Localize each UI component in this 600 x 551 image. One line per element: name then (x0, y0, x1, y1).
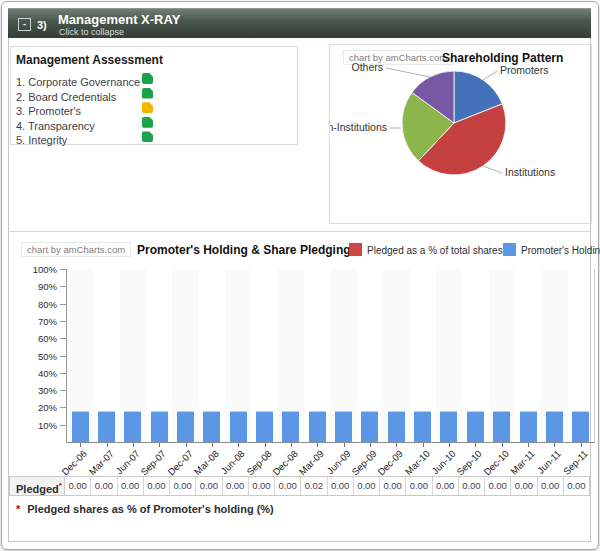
pledged-value-cell: 0.00 (538, 477, 564, 495)
pledged-value-cell: 0.02 (301, 477, 327, 495)
bar-slot (304, 269, 330, 442)
pledged-value-cell: 0.00 (328, 477, 354, 495)
section-title: Management X-RAY (58, 12, 180, 27)
bar-slot (489, 269, 515, 442)
bar-promoter-s-holding[interactable] (572, 411, 589, 442)
bar-slot (357, 269, 383, 442)
bar-promoter-s-holding[interactable] (309, 411, 326, 442)
y-axis-tick (60, 425, 67, 426)
y-axis-tick (60, 356, 67, 357)
pledged-value-cell: 0.00 (433, 477, 459, 495)
assessment-list: 1. Corporate Governance2. Board Credenti… (16, 72, 292, 145)
y-axis-label: 40% (19, 368, 57, 379)
bar-promoter-s-holding[interactable] (72, 411, 89, 442)
bar-promoter-s-holding[interactable] (230, 411, 247, 442)
y-axis-label: 60% (19, 333, 57, 344)
pledged-value-cell: 0.00 (354, 477, 380, 495)
bar-promoter-s-holding[interactable] (335, 411, 352, 442)
bar-promoter-s-holding[interactable] (520, 411, 537, 442)
pie-slice-label: Institutions (505, 166, 555, 178)
bar-promoter-s-holding[interactable] (388, 411, 405, 442)
bar-slot (146, 269, 172, 442)
bar-promoter-s-holding[interactable] (414, 411, 431, 442)
bar-slot (383, 269, 409, 442)
legend-label-pledged[interactable]: Pledged as a % of total shares (367, 245, 503, 256)
pledged-value-cell: 0.00 (65, 477, 91, 495)
bar-promoter-s-holding[interactable] (440, 411, 457, 442)
pie-slice-label: Others (351, 61, 383, 73)
pledged-value-cell: 0.00 (249, 477, 275, 495)
assessment-item: 1. Corporate Governance (16, 72, 292, 87)
pledged-value-cell: 0.00 (459, 477, 485, 495)
assessment-item: 5. Integrity (16, 130, 292, 145)
bar-slot (462, 269, 488, 442)
section-body: Management Assessment 1. Corporate Gover… (8, 38, 591, 542)
y-axis-label: 70% (19, 316, 57, 327)
pledged-value-cell: 0.00 (170, 477, 196, 495)
pie-callout-line (483, 166, 502, 173)
bar-slot (199, 269, 225, 442)
pledged-value-cell: 0.00 (144, 477, 170, 495)
pledged-value-cell: 0.00 (380, 477, 406, 495)
bar-promoter-s-holding[interactable] (282, 411, 299, 442)
pledged-value-cell: 0.00 (406, 477, 432, 495)
bar-slot (330, 269, 356, 442)
y-axis-tick (60, 269, 67, 270)
bar-slot (541, 269, 567, 442)
footnote-text: Pledged shares as % of Promoter's holdin… (27, 503, 274, 515)
footnote-asterisk: * (16, 503, 20, 515)
bar-slot (225, 269, 251, 442)
pie-callout-line (386, 68, 430, 77)
y-axis-tick (60, 407, 67, 408)
y-axis-tick (60, 338, 67, 339)
pledged-value-cell: 0.00 (511, 477, 537, 495)
amcharts-watermark[interactable]: chart by amCharts.com (21, 242, 131, 257)
pie-slice-label: Non-Institutions (330, 121, 387, 133)
y-axis-tick (60, 373, 67, 374)
assessment-item-label: 5. Integrity (16, 134, 67, 146)
assessment-item: 2. Board Credentials (16, 87, 292, 102)
bar-promoter-s-holding[interactable] (467, 411, 484, 442)
bar-promoter-s-holding[interactable] (256, 411, 273, 442)
bar-promoter-s-holding[interactable] (98, 411, 115, 442)
bar-promoter-s-holding[interactable] (177, 411, 194, 442)
y-axis-label: 80% (19, 299, 57, 310)
bar-promoter-s-holding[interactable] (151, 411, 168, 442)
pledged-value-cell: 0.00 (118, 477, 144, 495)
y-axis-label: 100% (19, 264, 57, 275)
bar-slot (515, 269, 541, 442)
bar-slot (172, 269, 198, 442)
status-flag-icon (142, 102, 153, 113)
pledged-value-cell: 0.00 (564, 477, 589, 495)
status-flag-icon (142, 117, 153, 128)
section-header[interactable]: - 3) Management X-RAY Click to collapse (8, 8, 591, 38)
shareholding-pattern-panel: chart by amCharts.com Shareholding Patte… (329, 44, 592, 224)
y-axis-label: 90% (19, 281, 57, 292)
assessment-item: 3. Promoter's (16, 101, 292, 116)
footnote-asterisk: * (59, 481, 62, 490)
pledged-value-cell: 0.00 (91, 477, 117, 495)
legend-label-holding[interactable]: Promoter's Holding (521, 245, 600, 256)
bar-promoter-s-holding[interactable] (124, 411, 141, 442)
bar-promoter-s-holding[interactable] (203, 411, 220, 442)
y-axis-tick (60, 286, 67, 287)
legend-swatch-holding[interactable] (503, 243, 516, 256)
management-assessment-panel: Management Assessment 1. Corporate Gover… (10, 46, 298, 145)
bar-promoter-s-holding[interactable] (546, 411, 563, 442)
pledged-value-cell: 0.00 (485, 477, 511, 495)
pie-slice-label: Promoters (500, 64, 548, 76)
section-number: 3) (37, 19, 47, 31)
y-axis-label: 50% (19, 351, 57, 362)
pledged-value-cell: 0.00 (196, 477, 222, 495)
bar-slot (251, 269, 277, 442)
assessment-title: Management Assessment (16, 53, 163, 67)
bar-promoter-s-holding[interactable] (361, 411, 378, 442)
collapse-icon[interactable]: - (18, 18, 31, 31)
pie-callout-line (483, 71, 497, 80)
y-axis-label: 30% (19, 385, 57, 396)
legend-swatch-pledged[interactable] (349, 243, 362, 256)
assessment-item: 4. Transparency (16, 116, 292, 131)
pledged-value-cell: 0.00 (223, 477, 249, 495)
section-divider (9, 231, 590, 232)
bar-promoter-s-holding[interactable] (493, 411, 510, 442)
